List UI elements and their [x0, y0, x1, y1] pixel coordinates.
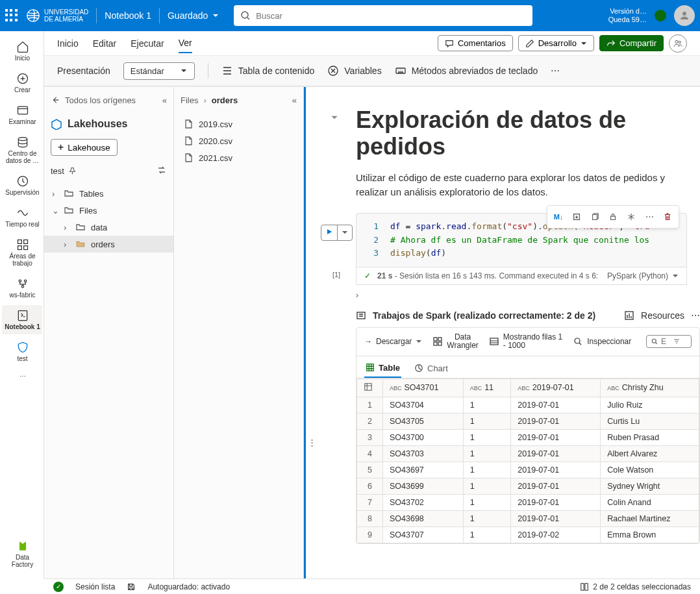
table-icon: [366, 363, 375, 372]
table-row[interactable]: 2SO4370512019-07-01Curtis Lu: [357, 413, 699, 429]
output-search[interactable]: [646, 335, 692, 348]
rail-more[interactable]: ⋯: [2, 369, 42, 384]
toolbar-more[interactable]: ⋯: [551, 66, 560, 76]
tab-inicio[interactable]: Inicio: [57, 34, 79, 53]
spark-jobs-label[interactable]: Trabajos de Spark (realizado correctamen…: [373, 310, 595, 321]
data-wrangler-button[interactable]: DataWrangler: [432, 333, 478, 350]
svg-point-29: [575, 338, 580, 343]
chevron-down-icon[interactable]: [337, 225, 352, 240]
folder-open-icon: [75, 239, 86, 249]
language-select[interactable]: PySpark (Python): [607, 271, 679, 280]
code-cell[interactable]: M↓ ⋯ [1] 1df = spark.read.format("csv").…: [317, 213, 687, 285]
rail-notebook1[interactable]: Notebook 1: [2, 305, 42, 334]
svg-rect-22: [357, 312, 365, 319]
breadcrumb-orders[interactable]: orders: [212, 95, 238, 105]
copy-button[interactable]: [586, 208, 603, 225]
rail-data-factory[interactable]: Data Factory: [2, 536, 42, 572]
output-tab-chart[interactable]: Chart: [413, 359, 449, 378]
svg-rect-4: [18, 106, 27, 114]
tree-tables[interactable]: ›Tables: [44, 185, 173, 202]
file-2019[interactable]: 2019.csv: [174, 116, 303, 132]
svg-rect-33: [365, 383, 372, 390]
file-2020[interactable]: 2020.csv: [174, 132, 303, 149]
table-row[interactable]: 5SO4369712019-07-01Cole Watson: [357, 462, 699, 478]
tree-files[interactable]: ⌄Files: [44, 202, 173, 219]
more-button[interactable]: ⋯: [641, 208, 658, 225]
play-icon: [321, 225, 337, 240]
tree-orders[interactable]: ›orders: [44, 236, 173, 253]
data-table[interactable]: ABCSO43701 ABC11 ABC2019-07-01 ABCChrist…: [356, 378, 699, 543]
output-tab-table[interactable]: Table: [364, 359, 401, 378]
filter-icon[interactable]: [673, 338, 681, 345]
selection-icon: [580, 582, 589, 591]
rail-test[interactable]: test: [2, 337, 42, 366]
move-down-button[interactable]: [568, 208, 585, 225]
rail-monitor[interactable]: Supervisión: [2, 171, 42, 200]
dev-mode-button[interactable]: Desarrollo: [518, 35, 594, 51]
search-input[interactable]: [256, 11, 526, 21]
freeze-button[interactable]: [623, 208, 640, 225]
toc-button[interactable]: Tabla de contenido: [221, 65, 315, 77]
all-sources-link[interactable]: Todos los orígenes: [65, 95, 136, 105]
rail-create[interactable]: Crear: [2, 68, 42, 97]
markdown-cell[interactable]: Exploración de datos de pedidos Utilizar…: [317, 100, 700, 213]
svg-rect-35: [585, 583, 588, 590]
list-icon: [221, 65, 233, 77]
notebook-content: Exploración de datos de pedidos Utilizar…: [304, 87, 700, 578]
jobs-more[interactable]: ⋯: [691, 310, 700, 321]
app-launcher-icon[interactable]: [5, 9, 18, 22]
collab-avatar[interactable]: [669, 34, 687, 53]
switch-icon[interactable]: [156, 165, 167, 177]
global-search[interactable]: [234, 5, 532, 26]
view-toolbar: Presentación Estándar Tabla de contenido…: [44, 55, 700, 86]
table-row[interactable]: 1SO4370412019-07-01Julio Ruiz: [357, 397, 699, 413]
run-cell-button[interactable]: [321, 225, 353, 241]
svg-rect-20: [593, 214, 597, 219]
breadcrumb-files[interactable]: Files: [181, 95, 198, 105]
user-avatar[interactable]: [674, 5, 695, 26]
save-state[interactable]: Guardado: [168, 10, 219, 21]
chart-icon: [414, 364, 423, 373]
tab-editar[interactable]: Editar: [93, 34, 117, 53]
table-row[interactable]: 4SO4370312019-07-01Albert Alvarez: [357, 445, 699, 462]
table-menu-icon[interactable]: [364, 382, 373, 391]
tab-ejecutar[interactable]: Ejecutar: [131, 34, 164, 53]
collapse-panel-icon[interactable]: «: [292, 95, 297, 105]
download-button[interactable]: →Descargar: [364, 337, 422, 346]
keyboard-button[interactable]: Métodos abreviados de teclado: [395, 65, 538, 77]
delete-button[interactable]: [659, 208, 676, 225]
rail-home[interactable]: Inicio: [2, 36, 42, 66]
add-lakehouse-button[interactable]: +Lakehouse: [51, 139, 118, 156]
convert-md-button[interactable]: M↓: [550, 208, 567, 225]
back-arrow-icon[interactable]: [51, 95, 60, 105]
share-button[interactable]: Compartir: [599, 35, 664, 51]
variables-button[interactable]: Variables: [327, 65, 381, 77]
resources-link[interactable]: Resources: [641, 310, 684, 321]
table-row[interactable]: 3SO4370012019-07-01Ruben Prasad: [357, 429, 699, 445]
table-row[interactable]: 7SO4370212019-07-01Colin Anand: [357, 494, 699, 510]
lakehouse-test[interactable]: test: [44, 160, 173, 182]
comments-button[interactable]: Comentarios: [438, 35, 513, 51]
pin-icon[interactable]: [68, 167, 77, 175]
collapse-panel-icon[interactable]: «: [162, 95, 167, 105]
cell-options[interactable]: ⋮: [308, 438, 316, 447]
presentation-select[interactable]: Estándar: [123, 62, 195, 80]
expand-output-icon[interactable]: ›: [356, 290, 700, 300]
rail-workspaces[interactable]: Áreas detrabajo: [2, 234, 42, 271]
notebook-title[interactable]: Notebook 1: [105, 10, 151, 21]
rail-realtime[interactable]: Tiempo real: [2, 203, 42, 232]
presence-indicator[interactable]: [653, 8, 668, 23]
collapse-cell-icon[interactable]: [330, 113, 339, 124]
table-row[interactable]: 9SO4370712019-07-02Emma Brown: [357, 526, 699, 543]
file-2021[interactable]: 2021.csv: [174, 149, 303, 166]
rail-browse[interactable]: Examinar: [2, 100, 42, 129]
file-icon: [183, 153, 194, 163]
tree-data[interactable]: ›data: [44, 219, 173, 236]
table-row[interactable]: 6SO4369912019-07-01Sydney Wright: [357, 478, 699, 494]
rail-ws-fabric[interactable]: ws-fabric: [2, 273, 42, 303]
lock-button[interactable]: [605, 208, 621, 225]
rail-datahub[interactable]: Centro dedatos de …: [2, 132, 42, 168]
table-row[interactable]: 8SO4369812019-07-01Rachael Martinez: [357, 510, 699, 526]
tab-ver[interactable]: Ver: [179, 34, 192, 53]
inspect-button[interactable]: Inspeccionar: [573, 336, 631, 347]
